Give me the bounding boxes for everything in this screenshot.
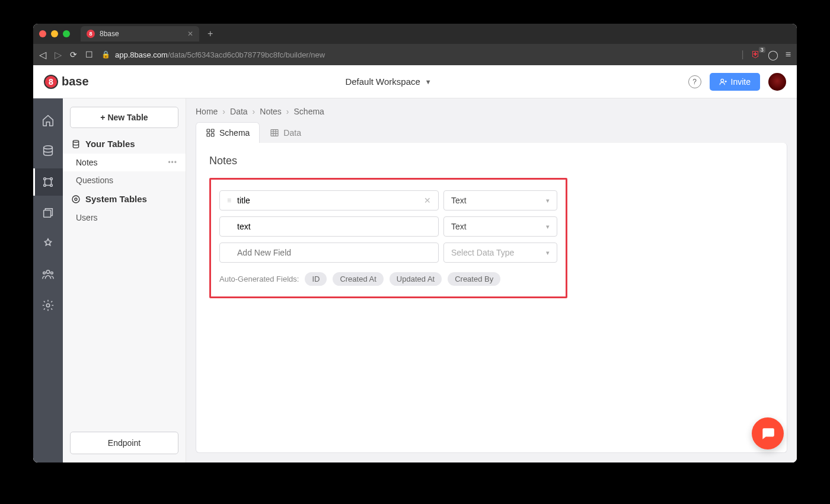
field-row: ≡ Text ▾ xyxy=(219,216,557,237)
endpoint-button[interactable]: Endpoint xyxy=(70,432,178,454)
forward-icon[interactable]: ▷ xyxy=(55,49,62,60)
system-tables-title: System Tables xyxy=(85,194,147,204)
table-item-label: Questions xyxy=(76,176,113,185)
auto-field-chip[interactable]: Updated At xyxy=(390,272,442,286)
invite-icon xyxy=(719,78,727,86)
profile-icon[interactable]: ◯ xyxy=(768,49,778,60)
svg-point-2 xyxy=(44,178,46,180)
database-icon xyxy=(42,145,55,158)
nav-functions[interactable] xyxy=(33,230,63,257)
reload-icon[interactable]: ⟳ xyxy=(70,50,77,59)
table-item-label: Users xyxy=(76,213,98,222)
workspace-selector[interactable]: Default Workspace ▼ xyxy=(98,76,679,87)
tabs-row: Schema Data xyxy=(186,122,797,143)
browser-tab[interactable]: 8 8base ✕ xyxy=(81,26,199,42)
builder-icon xyxy=(42,176,55,189)
chat-widget-button[interactable] xyxy=(752,417,784,449)
system-icon xyxy=(71,194,81,204)
nav-files[interactable] xyxy=(33,199,63,227)
browser-tab-strip: 8 8base ✕ + xyxy=(33,24,797,44)
clear-icon[interactable]: ✕ xyxy=(424,196,431,205)
lock-icon: 🔒 xyxy=(101,50,110,59)
system-tables-header: System Tables xyxy=(63,189,186,209)
field-type-select[interactable]: Text ▾ xyxy=(443,216,557,237)
nav-settings[interactable] xyxy=(33,292,63,319)
new-table-button[interactable]: + New Table xyxy=(70,107,178,128)
minimize-window-button[interactable] xyxy=(51,30,58,37)
svg-rect-14 xyxy=(207,129,210,132)
field-name-input-wrapper[interactable]: ≡ ✕ xyxy=(219,190,439,210)
bookmark-icon[interactable]: ☐ xyxy=(85,50,93,59)
new-field-type-select[interactable]: Select Data Type ▾ xyxy=(443,243,557,263)
invite-button[interactable]: Invite xyxy=(710,73,760,91)
crumb-notes[interactable]: Notes xyxy=(260,107,282,116)
auto-field-chip[interactable]: Created By xyxy=(448,272,500,286)
svg-point-8 xyxy=(43,272,46,274)
crumb-home[interactable]: Home xyxy=(196,107,218,116)
close-tab-icon[interactable]: ✕ xyxy=(187,30,193,38)
card-title: Notes xyxy=(209,155,774,167)
tab-data[interactable]: Data xyxy=(260,122,311,143)
maximize-window-button[interactable] xyxy=(63,30,70,37)
svg-rect-15 xyxy=(211,129,214,132)
team-icon xyxy=(42,268,55,281)
tab-schema[interactable]: Schema xyxy=(196,122,260,143)
avatar[interactable] xyxy=(768,73,786,91)
new-tab-button[interactable]: + xyxy=(204,28,216,39)
chevron-down-icon: ▼ xyxy=(425,78,432,85)
icon-rail xyxy=(33,98,63,462)
logo[interactable]: 8 base xyxy=(44,75,89,89)
nav-home[interactable] xyxy=(33,107,63,134)
tab-schema-label: Schema xyxy=(219,128,250,138)
back-icon[interactable]: ◁ xyxy=(39,49,46,60)
drag-handle-icon[interactable]: ≡ xyxy=(227,196,231,205)
table-item-notes[interactable]: Notes ••• xyxy=(63,154,186,171)
gear-icon xyxy=(42,299,55,312)
logo-text: base xyxy=(62,75,89,88)
nav-data[interactable] xyxy=(33,138,63,165)
your-tables-header: Your Tables xyxy=(63,134,186,154)
table-icon xyxy=(270,128,279,138)
field-name-input[interactable] xyxy=(237,222,431,231)
svg-point-0 xyxy=(720,79,723,82)
svg-point-9 xyxy=(51,272,53,274)
auto-gen-label: Auto-Generated Fields: xyxy=(219,275,299,283)
shield-badge[interactable]: ⛨ 3 xyxy=(751,49,761,60)
svg-point-13 xyxy=(75,198,77,200)
app-root: 8 base Default Workspace ▼ ? Invite xyxy=(33,65,797,462)
auto-field-chip[interactable]: Created At xyxy=(333,272,383,286)
auto-field-chip[interactable]: ID xyxy=(305,272,327,286)
new-field-input-wrapper[interactable]: ≡ xyxy=(219,243,439,263)
field-name-input-wrapper[interactable]: ≡ xyxy=(219,216,439,237)
field-type-select[interactable]: Text ▾ xyxy=(443,190,557,210)
new-field-type-placeholder: Select Data Type xyxy=(451,248,514,257)
svg-point-10 xyxy=(46,304,50,307)
header-right: ? Invite xyxy=(688,73,786,91)
svg-rect-16 xyxy=(207,133,210,136)
crumb-schema: Schema xyxy=(294,107,324,116)
menu-icon[interactable]: ≡ xyxy=(786,49,791,60)
nav-team[interactable] xyxy=(33,261,63,288)
field-type-value: Text xyxy=(451,196,467,205)
svg-point-11 xyxy=(73,140,78,142)
nav-builder[interactable] xyxy=(33,168,63,196)
new-field-input[interactable] xyxy=(237,248,431,257)
svg-point-7 xyxy=(46,270,50,274)
table-item-label: Notes xyxy=(76,158,98,167)
chevron-down-icon: ▾ xyxy=(546,223,550,231)
field-row: ≡ ✕ Text ▾ xyxy=(219,190,557,210)
fields-highlight-box: ≡ ✕ Text ▾ ≡ xyxy=(209,178,567,298)
tab-title: 8base xyxy=(100,30,119,38)
crumb-data[interactable]: Data xyxy=(230,107,248,116)
svg-point-12 xyxy=(72,196,79,203)
address-bar[interactable]: 🔒 app.8base.com/data/5cf6343acd6c0b78779… xyxy=(101,50,733,59)
more-icon[interactable]: ••• xyxy=(168,158,177,167)
home-icon xyxy=(42,114,55,127)
field-name-input[interactable] xyxy=(237,196,418,205)
help-button[interactable]: ? xyxy=(688,75,701,88)
close-window-button[interactable] xyxy=(39,30,46,37)
table-item-users[interactable]: Users xyxy=(63,209,186,227)
table-item-questions[interactable]: Questions xyxy=(63,171,186,189)
browser-window: 8 8base ✕ + ◁ ▷ ⟳ ☐ 🔒 app.8base.com/data… xyxy=(33,24,797,462)
svg-rect-6 xyxy=(44,210,51,217)
